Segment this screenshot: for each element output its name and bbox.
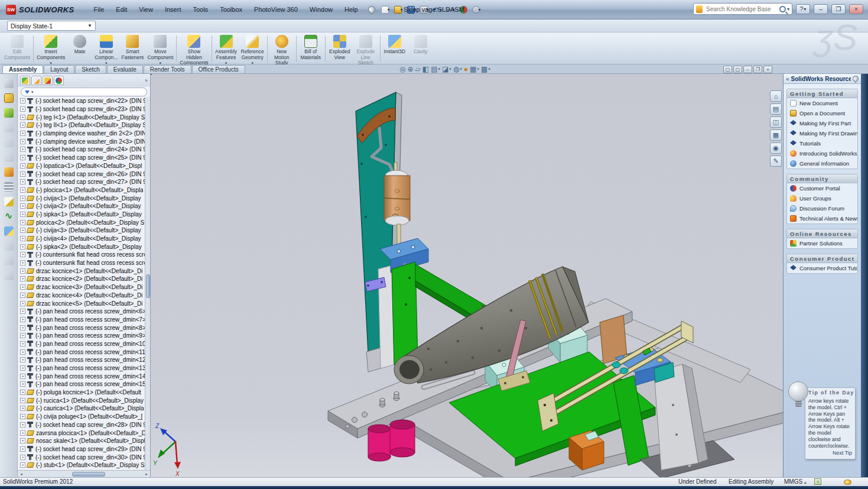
expand-icon[interactable]: +: [20, 147, 25, 152]
solidworks-resources-tab[interactable]: ⌂: [770, 90, 782, 102]
tree-item[interactable]: +drzac kocnice<2> (Default<<Default>_Di: [18, 275, 145, 283]
tree-item[interactable]: +drzac kocnice<1> (Default<<Default>_Di: [18, 267, 145, 275]
section-view-icon[interactable]: ◧: [422, 65, 429, 73]
expand-icon[interactable]: +: [20, 455, 25, 460]
expand-icon[interactable]: +: [20, 187, 25, 193]
expand-icon[interactable]: +: [20, 131, 25, 136]
scroll-left-icon[interactable]: ◂: [18, 472, 25, 477]
bom-button[interactable]: Bill ofMaterials: [298, 34, 324, 64]
tab-layout[interactable]: Layout: [44, 65, 74, 73]
scrollbar-thumb[interactable]: [146, 274, 150, 298]
hide-show-items-icon[interactable]: ◍: [453, 65, 459, 73]
tree-item[interactable]: +(-) socket head cap screw_din<28> (DIN …: [18, 421, 145, 429]
expand-icon[interactable]: +: [20, 196, 25, 201]
view-palette-tab[interactable]: ▦: [770, 129, 782, 141]
menu-insert[interactable]: Insert: [160, 4, 187, 15]
tree-item[interactable]: +plocica<2> (Default<<Default>_Display S: [18, 218, 145, 226]
tree-item[interactable]: +(-) civija poluge<1> (Default<<Default>…: [18, 413, 145, 421]
expand-icon[interactable]: +: [20, 317, 25, 322]
expand-icon[interactable]: +: [20, 430, 25, 436]
expand-icon[interactable]: +: [20, 276, 25, 281]
menu-photoview-360[interactable]: PhotoView 360: [249, 4, 303, 15]
expand-icon[interactable]: +: [20, 333, 25, 338]
tree-item[interactable]: +(-) pan head cross recess screw_dmin<14…: [18, 372, 145, 380]
tree-vertical-scrollbar[interactable]: [145, 97, 150, 470]
expand-icon[interactable]: +: [20, 106, 25, 112]
expand-icon[interactable]: +: [20, 98, 25, 103]
chevron-down-icon[interactable]: ▾: [460, 67, 462, 72]
copy-settings-icon[interactable]: [4, 79, 14, 88]
tree-item[interactable]: +(-) rucica<1> (Default<<Default>_Displa…: [18, 396, 145, 404]
expand-icon[interactable]: +: [20, 155, 25, 160]
search-icon[interactable]: [779, 6, 786, 12]
graphics-area[interactable]: Z Y X: [151, 74, 783, 477]
doc-cascade-button[interactable]: ▢: [733, 66, 742, 73]
motion-button[interactable]: NewMotionStudy: [269, 34, 295, 64]
mate-button[interactable]: Mate: [67, 34, 93, 64]
expand-icon[interactable]: +: [20, 374, 25, 379]
tree-item[interactable]: +(-) pan head cross recess screw_dmin<15…: [18, 380, 145, 388]
expand-icon[interactable]: +: [20, 179, 25, 184]
features-button[interactable]: AssemblyFeatures▾: [213, 34, 239, 64]
tree-item[interactable]: +(-) pan head cross recess screw_dmin<13…: [18, 364, 145, 373]
tree-item[interactable]: +drzac kocnice<3> (Default<<Default>_Di: [18, 283, 145, 292]
options-button[interactable]: ▾: [471, 4, 482, 15]
propertymanager-tab[interactable]: [31, 76, 41, 85]
tree-item[interactable]: +(-) sipka<2> (Default<<Default>_Display: [18, 242, 145, 251]
link-new-document[interactable]: New Document: [787, 98, 857, 108]
hidden-button[interactable]: ShowHiddenComponents: [178, 34, 210, 64]
expand-icon[interactable]: +: [20, 301, 25, 306]
search-caret-icon[interactable]: ▾: [787, 7, 789, 12]
tree-item[interactable]: +(-) sipka<1> (Default<<Default>_Display: [18, 211, 145, 219]
tree-item[interactable]: +(-) clamping device washer_din 2<2> (DI…: [18, 129, 145, 138]
tree-item[interactable]: +(-) pan head cross recess screw_dmin<10…: [18, 340, 145, 348]
tree-item[interactable]: +(-) socket head cap screw_din<26> (DIN …: [18, 170, 145, 178]
expand-icon[interactable]: +: [20, 390, 25, 395]
restore-button[interactable]: ❐: [831, 4, 846, 14]
tree-item[interactable]: +(-) lopatica<1> (Default<<Default>_Disp…: [18, 162, 145, 170]
tree-item[interactable]: +(-) socket head cap screw_din<23> (DIN …: [18, 105, 145, 114]
quick-tips-icon[interactable]: ?: [814, 478, 821, 485]
instant-button[interactable]: Instant3D: [382, 34, 408, 64]
expand-icon[interactable]: +: [20, 438, 25, 443]
tree-item[interactable]: +(-) socket head cap screw_din<30> (DIN …: [18, 453, 145, 461]
pin-menu-icon[interactable]: [366, 5, 376, 15]
expand-icon[interactable]: +: [20, 212, 25, 217]
pattern-grid-icon[interactable]: [4, 182, 14, 192]
featuremanager-tab[interactable]: [20, 76, 30, 85]
menu-window[interactable]: Window: [304, 4, 338, 15]
expand-icon[interactable]: +: [20, 365, 25, 371]
minimize-button[interactable]: –: [814, 4, 828, 14]
expand-icon[interactable]: +: [20, 414, 25, 419]
configurationmanager-tab[interactable]: [43, 76, 53, 85]
tree-item[interactable]: +(-) civija<1> (Default<<Default>_Displa…: [18, 194, 145, 202]
new-document-button[interactable]: ▾: [380, 4, 391, 15]
expand-icon[interactable]: +: [20, 220, 25, 225]
expand-icon[interactable]: +: [20, 171, 25, 177]
expand-icon[interactable]: +: [20, 139, 25, 144]
folder-tool-icon[interactable]: [4, 93, 14, 103]
tree-item[interactable]: +(-) socket head cap screw_din<25> (DIN …: [18, 154, 145, 162]
tree-item[interactable]: +(-) civija<3> (Default<<Default>_Displa…: [18, 226, 145, 235]
chevron-down-icon[interactable]: ▾: [477, 67, 479, 72]
expand-icon[interactable]: +: [20, 260, 25, 265]
link-tutorials[interactable]: Tutorials: [787, 138, 857, 148]
link-making-my-first-part[interactable]: Making My First Part: [787, 118, 857, 128]
link-introducing-solidworks[interactable]: Introducing SolidWorks: [787, 148, 857, 158]
link-partner-solutions[interactable]: Partner Solutions: [787, 238, 857, 248]
expand-icon[interactable]: +: [20, 163, 25, 169]
chevron-down-icon[interactable]: ▾: [449, 67, 451, 72]
tree-item[interactable]: +(-) caurica<1> (Default<<Default>_Displ…: [18, 404, 145, 413]
pin-icon[interactable]: [851, 75, 860, 83]
apply-scene-icon[interactable]: ▩: [481, 65, 487, 73]
zoom-to-fit-icon[interactable]: ◎: [399, 65, 405, 73]
refgeo-button[interactable]: ReferenceGeometry▾: [239, 34, 266, 64]
spline-tool-icon[interactable]: ∿: [4, 212, 14, 221]
appearance-ball-icon[interactable]: [4, 108, 14, 118]
doc-close-button[interactable]: ×: [763, 66, 772, 73]
tree-item[interactable]: +(-) countersunk flat head cross recess …: [18, 251, 145, 259]
file-explorer-tab[interactable]: ◫: [770, 116, 782, 128]
insert-button[interactable]: InsertComponents▾: [35, 34, 67, 64]
tree-item[interactable]: +(-) pan head cross recess screw_dmin<6>: [18, 307, 145, 316]
view-orientation-icon[interactable]: ▤: [431, 65, 437, 73]
